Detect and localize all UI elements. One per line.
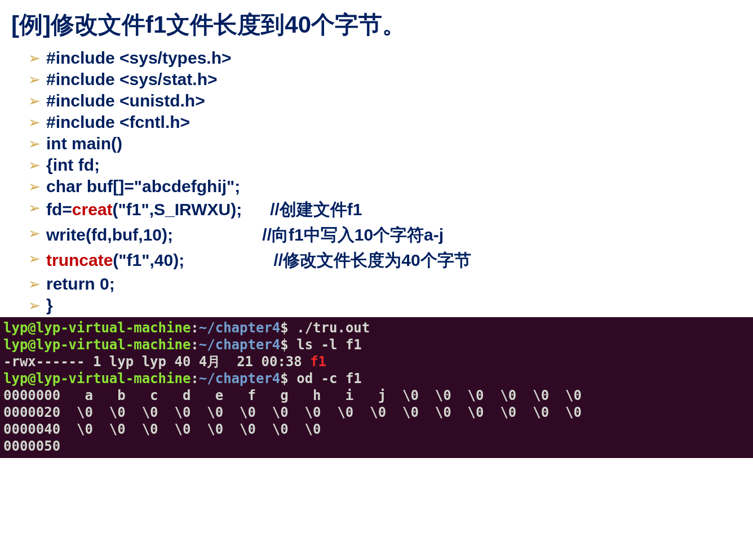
od-line: 0000050 [3,438,60,454]
code-line: char buf[]="abcdefghij"; [28,177,742,196]
filename: f1 [310,354,326,370]
terminal-path: ~/chapter4 [199,320,281,336]
terminal-output: lyp@lyp-virtual-machine:~/chapter4$ ./tr… [0,317,753,458]
code-line: #include <fcntl.h> [28,113,742,132]
od-line: 0000040 \0 \0 \0 \0 \0 \0 \0 \0 [3,421,321,437]
terminal-cmd: ./tru.out [296,320,370,336]
slide-title: [例]修改文件f1文件长度到40个字节。 [11,9,742,41]
code-line: } [28,296,742,315]
terminal-user: lyp@lyp-virtual-machine [3,320,191,336]
code-line: int main() [28,134,742,153]
terminal-user: lyp@lyp-virtual-machine [3,371,191,386]
code-line: write(fd,buf,10); //向f1中写入10个字符a-j [28,224,742,247]
code-line: #include <unistd.h> [28,91,742,110]
terminal-cmd: ls -l f1 [296,337,362,353]
terminal-cmd: od -c f1 [296,371,362,386]
code-line: {int fd; [28,155,742,175]
od-line: 0000020 \0 \0 \0 \0 \0 \0 \0 \0 \0 \0 \0… [3,405,582,420]
code-line: truncate("f1",40); //修改文件长度为40个字节 [28,249,742,272]
code-line: #include <sys/types.h> [28,48,742,68]
terminal-path: ~/chapter4 [199,371,281,386]
terminal-path: ~/chapter4 [199,337,281,353]
code-line: #include <sys/stat.h> [28,70,742,89]
ls-output: -rwx------ 1 lyp lyp 40 4月 21 00:38 [3,354,310,370]
slide-content: [例]修改文件f1文件长度到40个字节。 #include <sys/types… [0,0,753,315]
od-line: 0000000 a b c d e f g h i j \0 \0 \0 \0 … [3,388,582,403]
code-list: #include <sys/types.h> #include <sys/sta… [11,48,742,315]
code-line: return 0; [28,274,742,294]
terminal-user: lyp@lyp-virtual-machine [3,337,191,353]
code-line: fd=creat("f1",S_IRWXU); //创建文件f1 [28,198,742,221]
